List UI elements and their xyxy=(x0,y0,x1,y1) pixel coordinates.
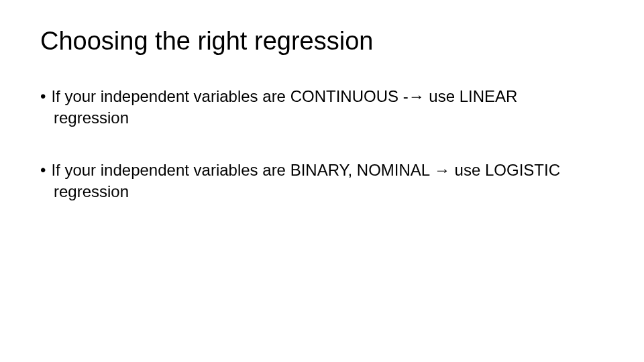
bullet-item-2: • If your independent variables are BINA… xyxy=(40,160,604,203)
bullet-dot-icon: • xyxy=(40,86,46,107)
bullet-text: If your independent variables are CONTIN… xyxy=(51,86,604,107)
bullet-dot-icon: • xyxy=(40,160,46,181)
bullet-text: If your independent variables are BINARY… xyxy=(51,160,604,181)
bullet-text-continuation: regression xyxy=(40,181,604,202)
slide-title: Choosing the right regression xyxy=(40,27,604,56)
bullet-text-continuation: regression xyxy=(40,107,604,129)
bullet-item-1: • If your independent variables are CONT… xyxy=(40,86,604,129)
